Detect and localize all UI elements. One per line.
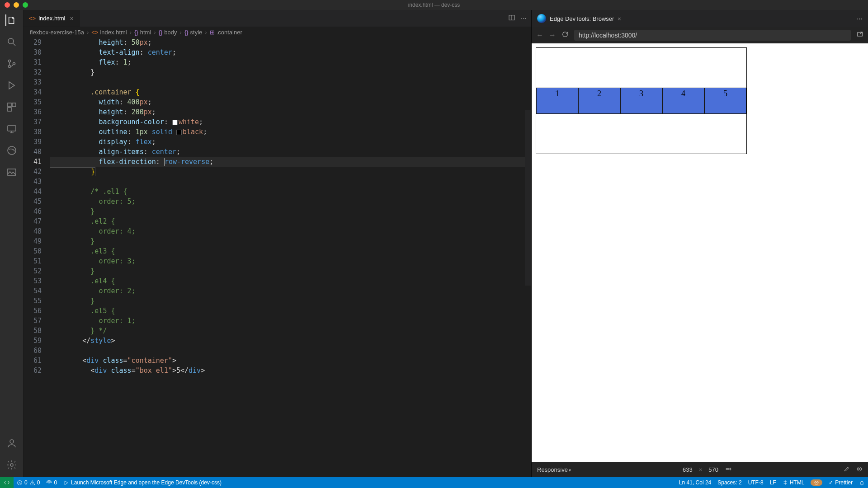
breadcrumb-item[interactable]: flexbox-exercise-15a <box>30 29 84 36</box>
tab-index-html[interactable]: <> index.html × <box>24 10 80 27</box>
ports-status[interactable]: 0 <box>43 479 60 486</box>
account-icon[interactable] <box>6 437 18 449</box>
svg-point-14 <box>857 467 861 471</box>
code-editor[interactable]: height: 50px; text-align: center; flex: … <box>50 38 525 477</box>
statusbar: 0 0 0 Launch Microsoft Edge and open the… <box>0 477 868 488</box>
svg-point-19 <box>817 482 819 483</box>
edge-tools-icon[interactable] <box>6 145 18 156</box>
explorer-icon[interactable] <box>5 14 17 26</box>
devtools-more-icon[interactable]: ⋯ <box>857 15 863 22</box>
viewport-height[interactable]: 570 <box>708 466 718 473</box>
settings-gear-icon[interactable] <box>6 459 18 471</box>
breadcrumb-item[interactable]: {}body <box>159 29 177 36</box>
svg-rect-6 <box>8 108 11 111</box>
source-control-icon[interactable] <box>6 58 18 70</box>
preview-viewport: 12345 <box>532 43 868 462</box>
svg-point-18 <box>815 482 816 483</box>
svg-point-8 <box>8 146 16 155</box>
image-icon[interactable] <box>6 166 18 178</box>
split-editor-icon[interactable] <box>508 14 515 23</box>
problems-status[interactable]: 0 0 <box>14 479 43 486</box>
svg-point-11 <box>10 464 13 466</box>
rotate-icon[interactable] <box>725 465 732 474</box>
extensions-icon[interactable] <box>6 101 18 113</box>
breadcrumb-item[interactable]: <>index.html <box>91 29 127 36</box>
editor-tabs: <> index.html × ⋯ <box>24 10 531 27</box>
more-actions-icon[interactable]: ⋯ <box>521 15 527 22</box>
svg-point-0 <box>8 38 14 44</box>
activity-bar <box>0 10 24 477</box>
cursor-position[interactable]: Ln 41, Col 24 <box>676 479 714 486</box>
reload-icon[interactable] <box>561 31 569 40</box>
encoding-status[interactable]: UTF-8 <box>745 479 767 486</box>
svg-point-17 <box>49 482 50 483</box>
titlebar: index.html — dev-css <box>0 0 868 10</box>
breadcrumb-item[interactable]: {}html <box>134 29 151 36</box>
devtools-tab-label: Edge DevTools: Browser <box>550 15 614 22</box>
screenshot-icon[interactable] <box>856 466 863 474</box>
svg-rect-9 <box>8 169 16 175</box>
svg-rect-7 <box>8 126 16 131</box>
maximize-window-icon[interactable] <box>23 2 28 8</box>
breadcrumb-item[interactable]: {}style <box>184 29 202 36</box>
forward-icon[interactable]: → <box>549 31 556 39</box>
html-file-icon: <> <box>29 15 36 22</box>
svg-point-10 <box>10 440 14 443</box>
preview-box: 4 <box>662 88 704 114</box>
traffic-lights <box>0 2 28 8</box>
eol-status[interactable]: LF <box>767 479 779 486</box>
edge-browser-icon <box>537 14 546 23</box>
url-bar[interactable]: http://localhost:3000/ <box>574 30 851 41</box>
preview-box: 3 <box>620 88 662 114</box>
dimension-sep: × <box>699 466 703 473</box>
svg-rect-4 <box>8 103 11 107</box>
back-icon[interactable]: ← <box>536 31 543 39</box>
search-icon[interactable] <box>6 36 18 48</box>
preview-box: 2 <box>578 88 620 114</box>
copilot-status[interactable] <box>807 479 826 486</box>
breadcrumb-item[interactable]: ⊞.container <box>210 29 242 36</box>
breadcrumbs[interactable]: flexbox-exercise-15a›<>index.html›{}html… <box>24 27 531 38</box>
indent-status[interactable]: Spaces: 2 <box>714 479 745 486</box>
run-debug-icon[interactable] <box>6 80 18 91</box>
viewport-width[interactable]: 633 <box>683 466 693 473</box>
preview-box: 1 <box>536 88 578 114</box>
svg-point-2 <box>8 66 10 68</box>
edit-icon[interactable] <box>844 466 850 474</box>
preview-container: 12345 <box>536 48 746 154</box>
minimap[interactable] <box>525 110 531 286</box>
prettier-status[interactable]: ✓Prettier <box>826 479 856 486</box>
remote-explorer-icon[interactable] <box>6 123 18 135</box>
devtools-tab[interactable]: Edge DevTools: Browser × ⋯ <box>532 10 868 27</box>
svg-point-15 <box>859 468 860 470</box>
devtools-toolbar: ← → http://localhost:3000/ <box>532 27 868 43</box>
close-devtools-icon[interactable]: × <box>618 15 621 22</box>
preview-box: 5 <box>704 88 746 114</box>
remote-indicator[interactable] <box>0 477 14 488</box>
tab-label: index.html <box>38 15 65 22</box>
window-title: index.html — dev-css <box>408 2 460 8</box>
language-mode[interactable]: HTML <box>779 479 808 486</box>
launch-edge-button[interactable]: Launch Microsoft Edge and open the Edge … <box>60 479 225 486</box>
close-window-icon[interactable] <box>5 2 10 8</box>
open-external-icon[interactable] <box>856 31 863 39</box>
line-gutter: 2930313233343536373839404142434445464748… <box>24 38 50 477</box>
svg-point-1 <box>8 60 10 62</box>
minimize-window-icon[interactable] <box>14 2 19 8</box>
notifications-icon[interactable] <box>856 479 868 486</box>
close-tab-icon[interactable]: × <box>70 15 73 22</box>
devtools-bottom-bar: Responsive▾ 633 × 570 <box>532 462 868 477</box>
svg-rect-5 <box>12 103 16 107</box>
device-mode-select[interactable]: Responsive▾ <box>537 466 571 473</box>
